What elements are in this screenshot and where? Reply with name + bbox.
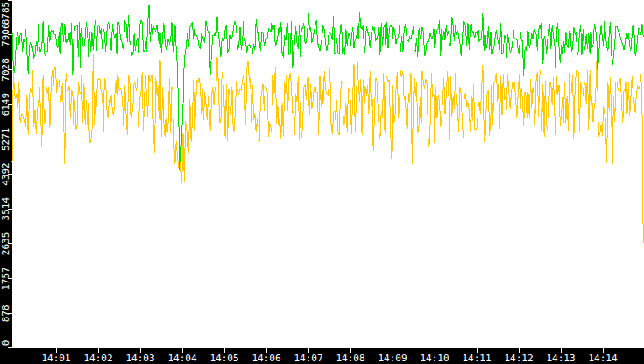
chart-canvas: 0878175726353514439252716149702879068785… [0,0,644,364]
y-tick-label: 3514 [0,197,11,221]
x-tick-label: 14:13 [546,353,575,364]
x-tick-label: 14:02 [83,353,112,364]
axis-frame [0,0,644,364]
x-tick-label: 14:09 [378,353,407,364]
y-tick-label: 2635 [0,232,11,256]
y-tick-label: 4392 [0,162,11,186]
x-tick-label: 14:05 [209,353,238,364]
y-tick-label: 0 [0,340,11,346]
x-tick-label: 14:08 [336,353,364,364]
x-tick-label: 14:12 [504,353,533,364]
x-tick-label: 14:10 [420,353,449,364]
x-tick-label: 14:14 [588,353,617,364]
y-tick-label: 7028 [0,58,11,82]
y-tick-label: 1757 [0,267,11,290]
x-tick-label: 14:03 [125,353,154,364]
x-tick-label: 14:07 [294,353,322,364]
series-line-green [12,5,643,174]
x-tick-label: 14:01 [41,353,70,364]
y-tick-label: 8785 [0,2,11,25]
x-tick-label: 14:11 [462,353,491,364]
y-tick-label: 878 [0,304,11,322]
x-tick-label: 14:04 [167,353,196,364]
x-tick-label: 14:06 [251,353,280,364]
y-tick-label: 5271 [0,128,11,152]
series-line-yellow [12,54,643,243]
y-tick-label: 7906 [0,23,11,46]
y-tick-label: 6149 [0,93,11,116]
chart-window: 0878175726353514439252716149702879068785… [0,0,644,364]
data-series [12,5,643,243]
